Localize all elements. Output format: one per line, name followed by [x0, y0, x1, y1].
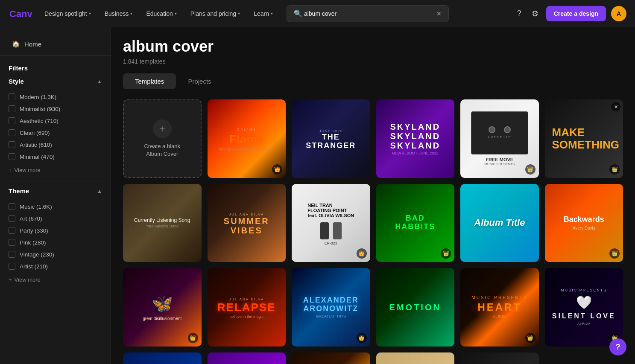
filter-clean[interactable]: Clean (690) [9, 127, 102, 139]
filter-modern[interactable]: Modern (1.3K) [9, 91, 102, 103]
filter-minimal-checkbox[interactable] [9, 153, 15, 160]
filter-vintage-checkbox[interactable] [9, 251, 15, 258]
template-card-flame[interactable]: Charles Flame PERSEVERANCE DE L'AMOUR 👑 [208, 99, 286, 178]
theme-collapse-icon: ▲ [97, 188, 102, 194]
help-button[interactable]: ? [609, 338, 626, 355]
filter-party[interactable]: Party (330) [9, 224, 102, 236]
theme-section-header[interactable]: Theme ▲ [9, 187, 102, 195]
nav-right-area: ? ⚙ Create a design A [515, 6, 626, 21]
template-count: 1,841 templates [123, 58, 623, 65]
canva-logo[interactable]: Canva [9, 8, 32, 20]
nav-design-spotlight[interactable]: Design spotlight ▾ [39, 8, 96, 20]
plus-icon-2: + [9, 277, 12, 283]
filter-pink-checkbox[interactable] [9, 239, 15, 246]
create-blank-card[interactable]: + Create a blankAlbum Cover [123, 99, 202, 178]
template-card-silentlove[interactable]: MUSIC PRESENTS 🤍 SILENT LOVE ALBUM 👑 [545, 268, 623, 347]
template-card-currentlyl[interactable]: Currently Listening Song Your Favorite B… [123, 184, 202, 262]
crown-badge: 👑 [272, 164, 282, 175]
filter-vintage[interactable]: Vintage (230) [9, 248, 102, 260]
template-card-alexander[interactable]: ALEXANDERARONOWITZ GREATEST HITS 👑 [292, 268, 370, 347]
chevron-down-icon: ▾ [271, 11, 273, 16]
avatar[interactable]: A [611, 6, 626, 21]
nav-plans-pricing[interactable]: Plans and pricing ▾ [185, 8, 245, 20]
filter-modern-checkbox[interactable] [9, 93, 15, 100]
template-card-stranger[interactable]: JUNE 2022 THESTRANGER [292, 99, 370, 178]
template-card-emotion[interactable]: EMOTION [376, 268, 455, 347]
filter-minimalist[interactable]: Minimalist (930) [9, 103, 102, 115]
crown-badge: 👑 [188, 333, 198, 343]
template-card-corner[interactable]: CORNE [208, 352, 286, 364]
style-collapse-icon: ▲ [97, 79, 102, 84]
template-card-makesomething[interactable]: MAKESOMETHING ✕ 👑 [545, 99, 623, 178]
template-card-relapse[interactable]: JULIANA SILVA RELAPSE believe in the mag… [208, 268, 286, 347]
filter-clean-checkbox[interactable] [9, 129, 15, 136]
filter-music[interactable]: Music (1.6K) [9, 201, 102, 213]
card-overlay: fauget [460, 352, 539, 364]
home-label: Home [24, 41, 41, 48]
card-overlay: Henrietta [376, 352, 455, 364]
svg-text:Canva: Canva [9, 9, 32, 19]
nav-business[interactable]: Business ▾ [99, 8, 138, 20]
cassette-shape: CASSETTE [471, 111, 528, 154]
filter-art[interactable]: Art (670) [9, 213, 102, 224]
template-card-heart[interactable]: MUSIC PRESENTS HEART ALBUM 👑 [460, 268, 539, 347]
template-card-skyland[interactable]: SKYLANDSKYLANDSKYLAND NEW ALBUM • JUNE 2… [376, 99, 455, 178]
filters-title: Filters [9, 64, 102, 72]
card-overlay: SKYLANDSKYLANDSKYLAND NEW ALBUM • JUNE 2… [376, 99, 455, 178]
filter-artist[interactable]: Artist (210) [9, 260, 102, 272]
create-design-button[interactable]: Create a design [546, 6, 606, 21]
filter-minimal[interactable]: Minimal (470) [9, 151, 102, 163]
page-title: album cover [123, 38, 623, 55]
crown-badge: 👑 [525, 333, 536, 343]
card-overlay: JUNE 2022 THESTRANGER [292, 99, 370, 178]
search-icon: 🔍 [292, 9, 304, 17]
templates-grid: + Create a blankAlbum Cover Charles Flam… [123, 99, 623, 364]
style-section-header[interactable]: Style ▲ [9, 78, 102, 85]
filters-section: Filters Style ▲ Modern (1.3K) Minimalist… [0, 59, 111, 287]
filter-aesthetic[interactable]: Aesthetic (710) [9, 115, 102, 127]
filter-pink[interactable]: Pink (280) [9, 236, 102, 248]
view-more-theme[interactable]: + View more [9, 275, 102, 285]
card-overlay: Album Title [460, 184, 539, 262]
home-icon: 🏠 [12, 40, 20, 48]
sidebar: 🏠 Home Filters Style ▲ Modern (1.3K) Min… [0, 27, 111, 364]
filter-music-checkbox[interactable] [9, 203, 15, 210]
filter-aesthetic-checkbox[interactable] [9, 117, 15, 124]
template-card-summervibes[interactable]: JULIANA SILVA SUMMERVIBES [208, 184, 286, 262]
main-layout: 🏠 Home Filters Style ▲ Modern (1.3K) Min… [0, 27, 635, 364]
template-card-henrietta[interactable]: Henrietta [376, 352, 455, 364]
filter-art-checkbox[interactable] [9, 215, 15, 222]
template-card-neiltran[interactable]: NEIL TRANFLOATING POINTfeat. OLIVIA WILS… [292, 184, 370, 262]
sidebar-home[interactable]: 🏠 Home [3, 36, 107, 52]
filter-minimalist-checkbox[interactable] [9, 105, 15, 112]
crown-badge: 👑 [609, 164, 620, 175]
template-card-disillusion[interactable]: 🦋 great disillusionment 👑 [123, 268, 202, 347]
nav-education[interactable]: Education ▾ [141, 8, 181, 20]
template-card-jazz[interactable]: JAZZ [123, 352, 202, 364]
filter-artistic-checkbox[interactable] [9, 141, 15, 148]
template-card-fauget[interactable]: fauget [460, 352, 539, 364]
template-card-freemove[interactable]: CASSETTE FREE MOVE MUSIC PRESENTS 👑 [460, 99, 539, 178]
tab-projects[interactable]: Projects [176, 73, 223, 89]
settings-icon-button[interactable]: ⚙ [529, 6, 541, 21]
view-more-style[interactable]: + View more [9, 165, 102, 175]
clear-search-button[interactable]: ✕ [435, 10, 443, 17]
filter-party-checkbox[interactable] [9, 227, 15, 234]
card-overlay: JULIANA SILVA RELAPSE believe in the mag… [208, 268, 286, 347]
template-card-backwards[interactable]: Backwards Avery Davis 👑 [545, 184, 623, 262]
card-overlay: JULIANA SILVA SUMMERVIBES [208, 184, 286, 262]
help-icon-button[interactable]: ? [515, 6, 524, 20]
card-overlay [292, 352, 370, 364]
template-card-sun[interactable] [292, 352, 370, 364]
create-blank-label: Create a blankAlbum Cover [139, 143, 185, 158]
tabs-bar: Templates Projects [123, 73, 623, 89]
filter-artist-checkbox[interactable] [9, 263, 15, 270]
template-card-albumtitle[interactable]: Album Title [460, 184, 539, 262]
filter-artistic[interactable]: Artistic (610) [9, 139, 102, 151]
template-card-badhabbits[interactable]: BADHABBITS 👑 [376, 184, 455, 262]
crown-badge: 👑 [357, 248, 367, 259]
nav-learn[interactable]: Learn ▾ [249, 8, 278, 20]
close-badge[interactable]: ✕ [611, 102, 620, 111]
tab-templates[interactable]: Templates [123, 73, 176, 89]
search-input[interactable] [304, 10, 435, 17]
